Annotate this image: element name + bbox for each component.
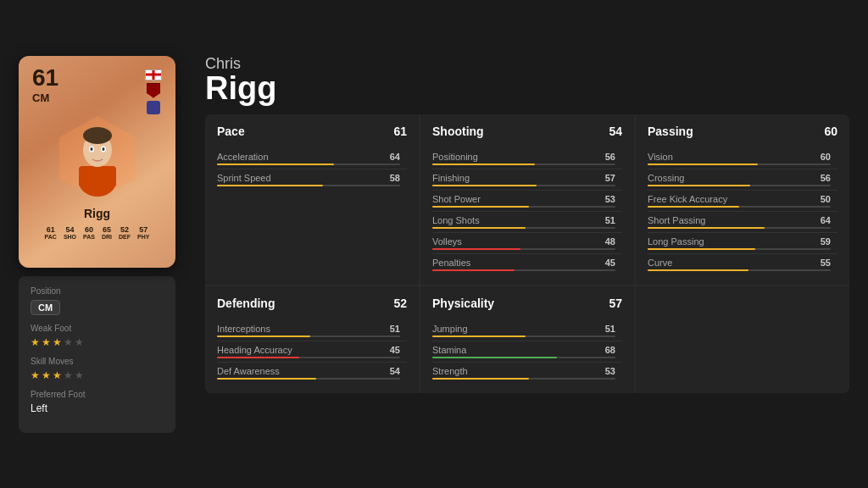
sprint-speed-row: Sprint Speed 58 <box>217 169 407 190</box>
weak-foot-row: Weak Foot ★ ★ ★ ★ ★ <box>31 324 164 348</box>
card-stats-row: 61 PAC 54 SHO 60 PAS 65 DRI 52 DEF <box>45 225 150 240</box>
card-position: CM <box>32 92 58 104</box>
crossing-label: Crossing <box>648 173 684 183</box>
short-passing-label: Short Passing <box>648 215 705 225</box>
player-first-name: Chris <box>205 56 849 73</box>
left-panel: 61 CM <box>19 56 188 433</box>
jumping-bar <box>432 336 526 337</box>
card-stat-sho: 54 SHO <box>64 225 76 240</box>
star-1: ★ <box>31 336 40 348</box>
vision-bar <box>648 164 758 165</box>
volleys-bar <box>432 248 520 250</box>
strength-bar <box>432 378 529 380</box>
star-2: ★ <box>42 336 51 348</box>
player-last-name: Rigg <box>205 72 849 104</box>
sprint-speed-bar <box>217 185 323 186</box>
position-badge: CM <box>31 300 60 315</box>
defending-header: Defending 52 <box>217 297 407 313</box>
skill-star-3: ★ <box>53 369 62 381</box>
passing-category: Passing 60 Vision 60 <box>636 114 849 285</box>
interceptions-value: 51 <box>390 324 400 334</box>
short-passing-value: 64 <box>821 215 831 225</box>
vision-label: Vision <box>648 152 673 162</box>
pace-header: Pace 61 <box>217 125 407 141</box>
def-awareness-label: Def Awareness <box>217 366 280 376</box>
pace-score: 61 <box>393 125 407 138</box>
player-image <box>47 110 148 203</box>
penalties-bar <box>432 269 515 271</box>
card-player-name: Rigg <box>84 207 110 220</box>
skill-moves-stars: ★ ★ ★ ★ ★ <box>31 369 164 381</box>
penalties-label: Penalties <box>432 258 470 268</box>
physicality-title: Physicality <box>432 297 494 310</box>
sprint-speed-value: 58 <box>390 173 400 183</box>
physicality-score: 57 <box>609 297 622 310</box>
long-shots-label: Long Shots <box>432 215 480 225</box>
club-badge-icon <box>147 83 160 98</box>
skill-moves-row: Skill Moves ★ ★ ★ ★ ★ <box>31 357 164 381</box>
card-top: 61 CM <box>29 66 165 114</box>
shooting-header: Shooting 54 <box>432 125 622 141</box>
vision-row: Vision 60 <box>648 148 837 169</box>
free-kick-label: Free Kick Accuracy <box>648 194 727 204</box>
stamina-label: Stamina <box>432 345 466 355</box>
pace-category: Pace 61 Acceleration 64 <box>205 114 419 285</box>
card-flags <box>145 69 162 114</box>
stamina-value: 68 <box>605 345 615 355</box>
crossing-row: Crossing 56 <box>648 169 837 191</box>
svg-rect-2 <box>79 166 116 187</box>
long-passing-value: 59 <box>821 236 831 247</box>
player-silhouette-svg <box>51 112 144 201</box>
star-4: ★ <box>64 336 73 348</box>
heading-accuracy-label: Heading Accuracy <box>217 345 292 355</box>
stats-grid: Pace 61 Acceleration 64 <box>205 114 849 393</box>
england-flag-icon <box>145 69 162 80</box>
finishing-bar <box>432 185 537 186</box>
shot-power-row: Shot Power 53 <box>432 191 622 212</box>
penalties-value: 45 <box>605 258 615 268</box>
stamina-row: Stamina 68 <box>432 341 622 363</box>
acceleration-label: Acceleration <box>217 152 269 162</box>
vision-value: 60 <box>821 152 831 162</box>
long-shots-value: 51 <box>605 215 615 225</box>
skill-moves-label: Skill Moves <box>31 357 164 366</box>
heading-accuracy-bar <box>217 357 299 358</box>
shot-power-label: Shot Power <box>432 194 481 204</box>
position-label: Position <box>31 286 164 296</box>
physicality-header: Physicality 57 <box>432 297 622 313</box>
finishing-label: Finishing <box>432 173 470 183</box>
interceptions-bar <box>217 336 310 337</box>
volleys-row: Volleys 48 <box>432 233 622 254</box>
curve-value: 55 <box>821 258 831 268</box>
skill-star-4: ★ <box>64 369 73 381</box>
strength-row: Strength 53 <box>432 363 622 383</box>
acceleration-value: 64 <box>390 152 400 162</box>
pace-title: Pace <box>217 125 245 138</box>
preferred-foot-label: Preferred Foot <box>31 390 164 399</box>
sprint-speed-label: Sprint Speed <box>217 173 271 183</box>
long-shots-row: Long Shots 51 <box>432 212 622 233</box>
card-stat-phy: 57 PHY <box>137 225 149 240</box>
defending-score: 52 <box>393 297 407 310</box>
card-rating-group: 61 CM <box>32 66 58 104</box>
positioning-row: Positioning 56 <box>432 148 622 169</box>
finishing-row: Finishing 57 <box>432 169 622 191</box>
positioning-label: Positioning <box>432 152 478 162</box>
positioning-value: 56 <box>605 152 615 162</box>
penalties-row: Penalties 45 <box>432 254 622 274</box>
jumping-value: 51 <box>605 324 615 334</box>
empty-category <box>636 286 849 393</box>
acceleration-row: Acceleration 64 <box>217 148 407 169</box>
finishing-value: 57 <box>605 173 615 183</box>
acceleration-bar <box>217 164 334 165</box>
interceptions-row: Interceptions 51 <box>217 320 407 341</box>
skill-star-5: ★ <box>75 369 84 381</box>
positioning-bar <box>432 164 535 165</box>
skill-star-1: ★ <box>31 369 40 381</box>
physicality-category: Physicality 57 Jumping 51 <box>420 286 634 393</box>
card-stat-def: 52 DEF <box>119 225 131 240</box>
card-stat-pac: 61 PAC <box>45 225 57 240</box>
right-panel: Chris Rigg Pace 61 Acceleration 64 <box>205 56 849 394</box>
jumping-label: Jumping <box>432 324 468 334</box>
card-stat-pas: 60 PAS <box>83 225 95 240</box>
